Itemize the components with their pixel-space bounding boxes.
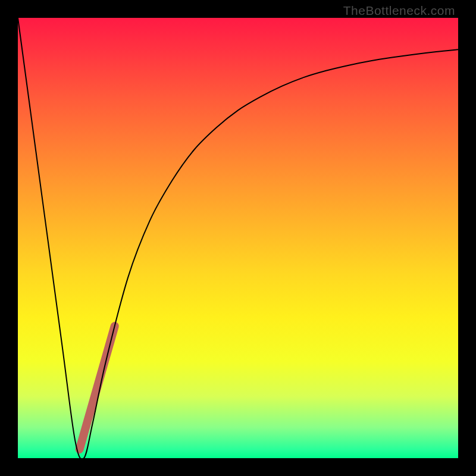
- plot-area: [18, 18, 458, 458]
- main-curve: [18, 18, 458, 459]
- curve-svg: [18, 18, 458, 458]
- watermark-text: TheBottleneck.com: [343, 4, 455, 18]
- chart-container: TheBottleneck.com: [0, 0, 476, 476]
